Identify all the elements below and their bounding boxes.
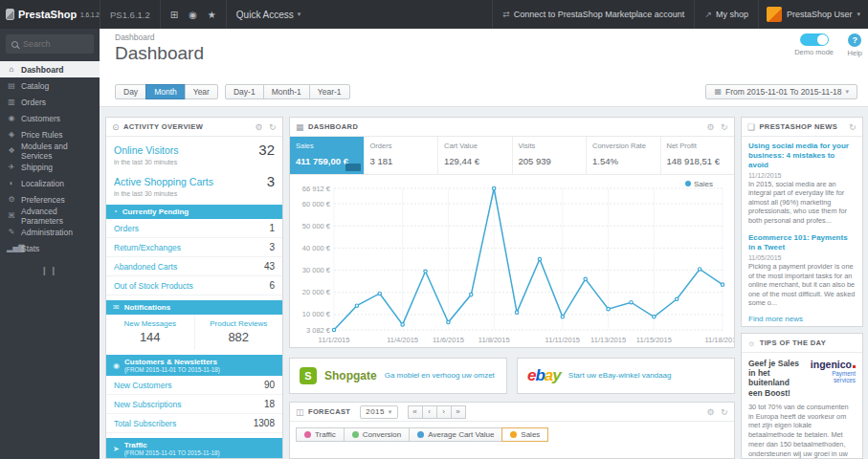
forecast-legend: Traffic Conversion Average Cart Value Sa… xyxy=(290,422,734,448)
row-value: 43 xyxy=(264,261,275,272)
pending-row-out-of-stock[interactable]: Out of Stock Products 6 xyxy=(106,276,282,295)
customer-icon[interactable]: ◉ xyxy=(189,10,197,20)
sidebar-item-label: Preferences xyxy=(21,195,65,205)
legend-average-cart-value[interactable]: Average Cart Value xyxy=(409,427,502,442)
quick-access-menu[interactable]: Quick Access ▾ xyxy=(226,0,311,29)
prestashop-logo[interactable]: PrestaShop 1.6.1.2 xyxy=(0,0,100,29)
range-button-day-1[interactable]: Day-1 xyxy=(225,84,264,99)
collapse-menu-icon[interactable]: ❙❙ xyxy=(0,266,100,275)
customers-row-new-customers[interactable]: New Customers 90 xyxy=(106,376,282,395)
new-messages-cell[interactable]: New Messages 144 xyxy=(106,315,195,350)
forecast-year-select[interactable]: 2015 ▾ xyxy=(360,405,397,419)
kpi-orders[interactable]: Orders 3 181 xyxy=(365,137,439,174)
star-icon[interactable]: ★ xyxy=(208,10,216,20)
range-button-month-1[interactable]: Month-1 xyxy=(263,84,310,99)
sidebar-item-catalog[interactable]: ▤ Catalog xyxy=(0,77,100,94)
refresh-icon[interactable]: ↻ xyxy=(849,122,857,132)
pending-row-abandoned-carts[interactable]: Abandoned Carts 43 xyxy=(106,257,282,276)
kpi-value: 129,44 € xyxy=(444,156,506,166)
tips-panel-header: ☼ TIPS OF THE DAY xyxy=(742,334,862,353)
gear-icon[interactable]: ⚙ xyxy=(707,407,715,417)
customers-row-total-subscribers[interactable]: Total Subscribers 1308 xyxy=(106,414,282,433)
row-label: Orders xyxy=(114,224,139,233)
pending-row-orders[interactable]: Orders 1 xyxy=(106,219,282,238)
kpi-net-profit[interactable]: Net Profit 148 918,51 € xyxy=(661,137,735,174)
sidebar-item-modules[interactable]: ❖ Modules and Services xyxy=(0,142,100,159)
active-carts-link[interactable]: Active Shopping Carts xyxy=(114,176,213,187)
help-icon: ? xyxy=(848,33,861,47)
sidebar-item-shipping[interactable]: ✈ Shipping xyxy=(0,159,100,175)
news-article-title[interactable]: Ecommerce 101: Payments in a Tweet xyxy=(748,233,856,252)
legend-conversion[interactable]: Conversion xyxy=(344,427,410,442)
row-label: Total Subscribers xyxy=(114,419,176,428)
svg-text:60 000 €: 60 000 € xyxy=(302,200,331,208)
sidebar-item-customers[interactable]: ◉ Customers xyxy=(0,110,100,126)
last-page-button[interactable]: » xyxy=(451,405,466,419)
kpi-sales[interactable]: Sales 411 759,00 € xyxy=(290,137,365,174)
notifications-title: Notifications xyxy=(124,303,170,312)
kpi-cart-value[interactable]: Cart Value 129,44 € xyxy=(438,137,513,174)
activity-overview-panel: ⊙ ACTIVITY OVERVIEW ⚙ ↻ Online Visitors … xyxy=(105,117,283,459)
news-panel-title: PRESTASHOP NEWS xyxy=(759,122,837,131)
cart-icon[interactable]: ⊞ xyxy=(170,10,178,20)
online-visitors-sub: in the last 30 minutes xyxy=(114,159,275,165)
ebay-link[interactable]: Start uw eBay-winkel vandaag xyxy=(568,371,672,381)
refresh-icon[interactable]: ↻ xyxy=(269,122,277,132)
news-article-date: 11/12/2015 xyxy=(748,172,856,179)
range-button-year-1[interactable]: Year-1 xyxy=(309,84,350,99)
sidebar-item-localization[interactable]: ◐ Localization xyxy=(0,175,100,191)
gear-icon[interactable]: ⚙ xyxy=(707,122,715,132)
sidebar-item-label: Advanced Parameters xyxy=(21,207,93,226)
range-button-month[interactable]: Month xyxy=(145,84,186,99)
shopgate-link[interactable]: Ga mobiel en verhoog uw omzet xyxy=(385,371,495,381)
customers-row-new-subscriptions[interactable]: New Subscriptions 18 xyxy=(106,395,282,414)
sales-chart: 11/1/201511/4/201511/6/201511/8/201511/1… xyxy=(290,175,734,347)
help-button[interactable]: ? Help xyxy=(848,33,862,57)
sidebar-item-dashboard[interactable]: ⌂ Dashboard xyxy=(0,61,100,77)
brand-name: PrestaShop xyxy=(18,9,77,20)
product-reviews-cell[interactable]: Product Reviews 882 xyxy=(195,315,283,350)
external-link-icon: ↗ xyxy=(704,10,712,19)
next-page-button[interactable]: › xyxy=(436,405,452,419)
sidebar-item-advanced-parameters[interactable]: ⌘ Advanced Parameters xyxy=(0,208,100,224)
notifications-columns: New Messages 144 Product Reviews 882 xyxy=(106,315,282,350)
legend-label: Sales xyxy=(521,430,540,439)
sidebar-item-administration[interactable]: ✎ Administration xyxy=(0,224,100,240)
find-more-news-link[interactable]: Find more news xyxy=(742,312,862,327)
caret-down-icon: ▾ xyxy=(389,408,392,416)
demo-mode-toggle[interactable] xyxy=(800,33,829,46)
customers-newsletters-subtitle: (FROM 2015-11-01 TO 2015-11-18) xyxy=(124,366,220,373)
search-input[interactable] xyxy=(23,39,90,49)
legend-sales[interactable]: Sales xyxy=(501,427,548,442)
row-label: Abandoned Carts xyxy=(114,262,177,272)
pending-row-returns[interactable]: Return/Exchanges 3 xyxy=(106,238,282,257)
news-article-title[interactable]: Using social media for your business: 4 … xyxy=(748,142,856,170)
sidebar-item-preferences[interactable]: ⚙ Preferences xyxy=(0,191,100,208)
online-visitors-link[interactable]: Online Visitors xyxy=(114,144,179,156)
my-shop-link[interactable]: ↗ My shop xyxy=(694,0,758,29)
gear-icon[interactable]: ⚙ xyxy=(256,122,263,132)
breadcrumb[interactable]: Dashboard xyxy=(115,33,155,42)
refresh-icon[interactable]: ↻ xyxy=(721,407,728,417)
previous-page-button[interactable]: ‹ xyxy=(422,405,437,419)
date-range-label: From 2015-11-01 To 2015-11-18 xyxy=(725,87,841,97)
kpi-conversion-rate[interactable]: Conversion Rate 1.54% xyxy=(587,137,661,174)
range-button-year[interactable]: Year xyxy=(185,84,218,99)
sidebar-item-orders[interactable]: ▥ Orders xyxy=(0,94,100,110)
range-button-day[interactable]: Day xyxy=(115,84,146,99)
first-page-button[interactable]: « xyxy=(408,405,423,419)
shopgate-logo-text: Shopgate xyxy=(324,369,377,382)
sidebar-item-stats[interactable]: ▂▅▇ Stats xyxy=(0,240,100,256)
date-range-picker[interactable]: ▦ From 2015-11-01 To 2015-11-18 ▾ xyxy=(705,84,857,99)
bell-icon: ✉ xyxy=(113,303,120,312)
currently-pending-header: ◔ Currently Pending xyxy=(106,205,282,219)
calendar-icon: ▦ xyxy=(714,87,722,96)
kpi-detail-badge xyxy=(345,164,361,171)
legend-label: Average Cart Value xyxy=(428,430,494,439)
refresh-icon[interactable]: ↻ xyxy=(721,122,728,132)
marketplace-link[interactable]: ⇄ Connect to PrestaShop Marketplace acco… xyxy=(492,0,694,29)
legend-traffic[interactable]: Traffic xyxy=(296,427,345,442)
sidebar-item-price-rules[interactable]: ◈ Price Rules xyxy=(0,126,100,142)
user-menu[interactable]: PrestaShop User ▾ xyxy=(758,0,868,29)
kpi-visits[interactable]: Visits 205 939 xyxy=(513,137,588,174)
